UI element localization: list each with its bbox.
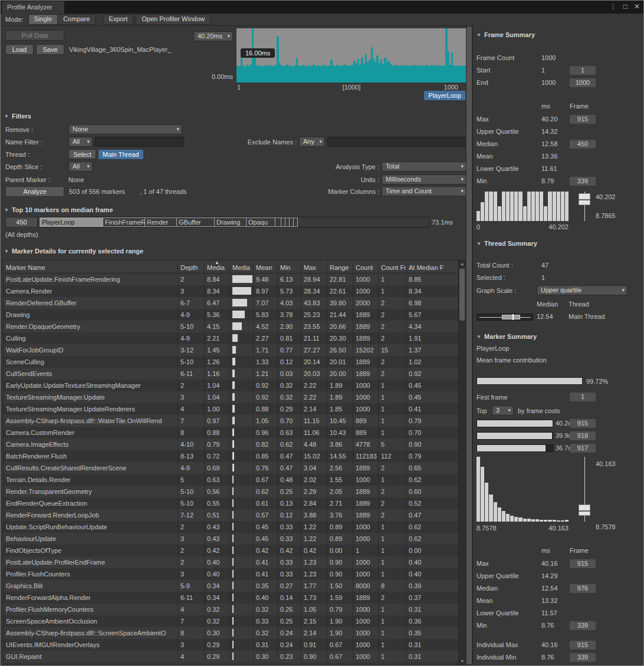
table-row[interactable]: Culling4-92.212.270.8121.1120.30188921.9… xyxy=(4,332,459,344)
table-row[interactable]: RenderForward.RenderLoopJob7-120.510.570… xyxy=(4,509,459,521)
frame-index-button[interactable]: 339 xyxy=(570,621,596,630)
table-row[interactable]: Camera.Render38.348.975.7328.3422.611000… xyxy=(4,285,459,297)
maximize-icon[interactable]: □ xyxy=(623,2,627,11)
load-button[interactable]: Load xyxy=(5,44,34,55)
table-row[interactable]: Profiler.FlushCounters30.400.410.331.230… xyxy=(4,568,459,580)
remove-dropdown[interactable]: None ▾ xyxy=(68,124,182,134)
table-row[interactable]: ScreenSpaceAmbientOcclusion70.320.330.25… xyxy=(4,615,459,627)
kebab-menu-icon[interactable]: ⋮ xyxy=(610,2,617,11)
marker-summary-header[interactable]: ▼Marker Summary xyxy=(477,333,537,340)
frame-index-button[interactable]: 915 xyxy=(570,641,596,649)
table-row[interactable]: WaitForJobGroupID3-121.451.710.7727.2726… xyxy=(4,344,459,356)
selected-marker-chip[interactable]: PlayerLoop xyxy=(424,91,465,100)
table-row[interactable]: PostLateUpdate.FinishFrameRendering28.84… xyxy=(4,273,459,285)
mode-compare-button[interactable]: Compare xyxy=(58,14,96,25)
close-icon[interactable]: ✕ xyxy=(634,2,640,11)
frame-index-button[interactable]: 1 xyxy=(570,393,596,401)
table-row[interactable]: UIEvents.IMGUIRenderOverlays30.290.310.2… xyxy=(4,639,459,651)
table-row[interactable]: EarlyUpdate.UpdateTextureStreamingManage… xyxy=(4,380,459,391)
top10-segment[interactable]: GBuffer xyxy=(177,217,215,227)
pull-data-button[interactable]: Pull Data xyxy=(5,30,64,41)
table-row[interactable]: Render.OpaqueGeometry5-104.154.522.9023.… xyxy=(4,321,459,332)
table-row[interactable]: PostLateUpdate.ProfilerEndFrame20.400.41… xyxy=(4,556,459,568)
exclude-mode-dropdown[interactable]: Any ▾ xyxy=(299,137,325,147)
table-row[interactable]: Update.ScriptRunBehaviourUpdate20.430.45… xyxy=(4,521,459,533)
top10-segment[interactable] xyxy=(294,217,298,227)
frame-range-dropdown[interactable]: 40.20ms ▾ xyxy=(193,31,233,41)
export-button[interactable]: Export xyxy=(103,14,133,25)
table-row[interactable]: Camera.CustomRender80.880.960.6311.0610.… xyxy=(4,427,459,438)
table-row[interactable]: RenderForwardAlpha.Render6-110.340.400.1… xyxy=(4,592,459,604)
column-header[interactable]: Media xyxy=(230,261,254,273)
top10-bar[interactable]: PlayerLoopFinishFrameRRenderGBufferDrawi… xyxy=(39,217,429,228)
frame-index-button[interactable]: 976 xyxy=(570,584,596,593)
units-dropdown[interactable]: Milliseconds ▾ xyxy=(382,174,466,184)
top10-segment[interactable] xyxy=(290,217,294,227)
table-row[interactable]: BehaviourUpdate30.430.450.331.220.891000… xyxy=(4,533,459,545)
table-row[interactable]: Assembly-CSharp-firstpass.dll!::WaterTil… xyxy=(4,415,459,427)
frame-index-button[interactable]: 339 xyxy=(570,653,596,662)
table-row[interactable]: Terrain.Details.Render50.630.670.482.021… xyxy=(4,474,459,486)
scrollbar-thumb[interactable] xyxy=(459,269,465,321)
frame-index-button[interactable]: 918 xyxy=(570,431,596,440)
table-row[interactable]: FindObjectsOfType20.420.420.420.420.0011… xyxy=(4,545,459,556)
name-filter-input[interactable] xyxy=(94,137,184,147)
pane-scrollbar-thumb[interactable] xyxy=(466,27,472,664)
scroll-up-icon[interactable]: ▲ xyxy=(459,261,466,268)
frame-index-button[interactable]: 1 xyxy=(570,66,596,75)
column-header[interactable]: Depth xyxy=(178,261,205,273)
marker-columns-dropdown[interactable]: Time and Count ▾ xyxy=(382,186,466,196)
name-filter-mode-dropdown[interactable]: All ▾ xyxy=(68,137,93,147)
table-row[interactable]: CullSendEvents6-111.161.210.0320.0320.00… xyxy=(4,368,459,380)
table-row[interactable]: GUI.Repaint40.290.300.230.900.67100010.3… xyxy=(4,651,459,662)
table-row[interactable]: Camera.ImageEffects4-100.790.820.624.483… xyxy=(4,438,459,450)
analyze-button[interactable]: Analyze xyxy=(5,186,64,197)
exclude-names-input[interactable] xyxy=(327,137,466,147)
column-header[interactable]: Count xyxy=(353,261,379,273)
top10-segment[interactable]: PlayerLoop xyxy=(40,217,103,227)
top10-segment[interactable] xyxy=(285,217,290,227)
frame-index-button[interactable]: 339 xyxy=(570,177,596,186)
top10-segment[interactable]: Render xyxy=(145,217,177,227)
frame-summary-header[interactable]: ▼Frame Summary xyxy=(477,31,535,38)
top10-segment[interactable] xyxy=(275,217,281,227)
top10-segment[interactable]: Opaqu xyxy=(247,217,275,227)
thread-select-button[interactable]: Select xyxy=(68,149,96,159)
table-row[interactable]: EndRenderQueueExtraction5-100.550.610.13… xyxy=(4,497,459,509)
table-row[interactable]: Render.TransparentGeometry5-100.560.620.… xyxy=(4,486,459,497)
column-header[interactable]: Mean xyxy=(254,261,278,273)
top10-segment[interactable]: Drawing xyxy=(215,217,247,227)
analysis-type-dropdown[interactable]: Total ▾ xyxy=(382,161,466,172)
median-frame-button[interactable]: 450 xyxy=(5,217,38,228)
table-row[interactable]: Profiler.FlushMemoryCounters40.320.320.2… xyxy=(4,604,459,615)
thread-selection-chip[interactable]: Main Thread xyxy=(98,150,143,159)
depth-slice-dropdown[interactable]: All ▾ xyxy=(68,161,93,172)
window-tab[interactable]: Profile Analyzer xyxy=(2,1,64,14)
frame-time-chart[interactable]: 16.00ms xyxy=(236,28,466,83)
frame-index-button[interactable]: 915 xyxy=(570,115,596,124)
open-profiler-window-button[interactable]: Open Profiler Window xyxy=(136,14,211,25)
thread-summary-header[interactable]: ▼Thread Summary xyxy=(477,240,537,247)
table-row[interactable]: Drawing4-95.365.833.7825.2321.44188925.6… xyxy=(4,309,459,321)
column-header[interactable]: Min xyxy=(278,261,301,273)
frame-index-button[interactable]: 915 xyxy=(570,419,596,428)
top10-segment[interactable]: FinishFrameR xyxy=(103,217,145,227)
table-row[interactable]: SceneCulling5-101.261.330.1220.1420.0118… xyxy=(4,356,459,368)
column-header[interactable]: Media▲ xyxy=(205,261,230,273)
table-row[interactable]: RenderDeferred.GBuffer6-76.477.074.0343.… xyxy=(4,297,459,309)
save-button[interactable]: Save xyxy=(36,44,64,55)
frame-index-button[interactable]: 917 xyxy=(570,444,596,453)
frame-index-button[interactable]: 915 xyxy=(570,559,596,568)
column-header[interactable]: Range xyxy=(327,261,353,273)
graph-scale-dropdown[interactable]: Upper quartile ▾ xyxy=(537,285,627,295)
frame-index-button[interactable]: 1000 xyxy=(570,78,596,87)
table-row[interactable]: Assembly-CSharp-firstpass.dll!::ScreenSp… xyxy=(4,627,459,639)
frame-index-button[interactable]: 450 xyxy=(570,140,596,149)
column-header[interactable]: Count Fra xyxy=(379,261,406,273)
mode-single-button[interactable]: Single xyxy=(28,14,58,25)
table-row[interactable]: Graphics.Blit5-90.340.350.271.771.508000… xyxy=(4,580,459,592)
table-row[interactable]: TextureStreamingManager.Update31.040.920… xyxy=(4,391,459,403)
table-row[interactable]: TextureStreamingManager.UpdateRenderers4… xyxy=(4,403,459,415)
column-header[interactable]: Max xyxy=(301,261,327,273)
column-header[interactable]: Marker Name xyxy=(4,261,178,273)
